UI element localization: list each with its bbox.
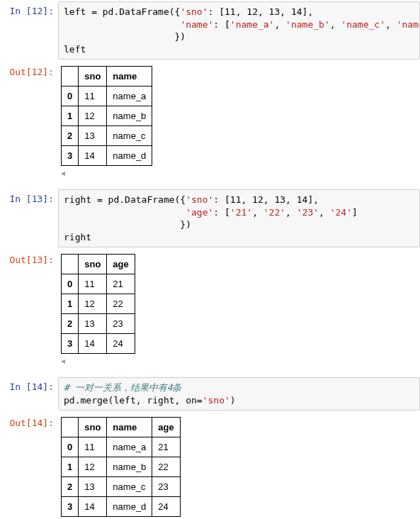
code-token: 'name_d' [397, 19, 420, 30]
code-token: , [252, 207, 263, 218]
table-cell: 21 [152, 437, 180, 457]
code-token: 'age' [186, 207, 213, 218]
out-prompt: Out[12]: [0, 62, 58, 80]
table-header-cell [62, 67, 79, 86]
code-token: pd.merge(left, right, on= [64, 395, 203, 406]
code-area[interactable]: # 一对一关系，结果中有4条 pd.merge(left, right, on=… [58, 377, 420, 411]
code-token: : [ [213, 207, 229, 218]
input-cell: In [14]: # 一对一关系，结果中有4条 pd.merge(left, r… [0, 376, 420, 412]
table-cell: name_c [107, 126, 152, 146]
dataframe-table: snonameage011name_a21112name_b22213name_… [61, 417, 181, 517]
table-cell: 14 [79, 497, 107, 517]
table-header-cell: age [152, 418, 180, 437]
code-token: 'sno' [186, 194, 213, 205]
code-token: # 一对一关系，结果中有4条 [64, 382, 181, 393]
table-cell: 23 [107, 314, 135, 334]
code-token: , [330, 19, 341, 30]
in-prompt: In [13]: [0, 189, 58, 207]
code-token: 'name_c' [341, 19, 385, 30]
row-index-cell: 0 [62, 86, 79, 106]
table-cell: name_a [107, 86, 152, 106]
output-area: snoage01121112222132331424◂ [58, 250, 420, 366]
code-token: '21' [230, 207, 252, 218]
in-prompt: In [14]: [0, 377, 58, 395]
table-cell: 22 [107, 294, 135, 314]
table-row: 314name_d24 [62, 497, 181, 517]
code-token: ) [230, 395, 236, 406]
table-header-row: snonameage [62, 418, 181, 437]
table-cell: 12 [79, 457, 107, 477]
table-row: 112name_b22 [62, 457, 181, 477]
dataframe-table: snoage01121112222132331424 [61, 254, 135, 354]
table-row: 31424 [62, 334, 135, 354]
scroll-left-icon[interactable]: ◂ [61, 169, 71, 178]
table-row: 11222 [62, 294, 135, 314]
table-cell: 11 [79, 86, 107, 106]
table-cell: 22 [152, 457, 180, 477]
code-token: 'name' [180, 19, 213, 30]
table-cell: 12 [79, 106, 107, 126]
table-header-cell: name [107, 67, 152, 86]
code-token: '23' [297, 207, 319, 218]
table-cell: 11 [79, 437, 107, 457]
row-index-cell: 0 [62, 437, 79, 457]
table-cell: name_a [107, 437, 152, 457]
output-cell: Out[14]: snonameage011name_a21112name_b2… [0, 412, 420, 519]
code-token: left = pd.DataFrame({ [64, 6, 180, 17]
row-index-cell: 3 [62, 334, 79, 354]
code-token: , [274, 19, 285, 30]
table-header-cell: sno [79, 418, 107, 437]
code-token: 'sno' [180, 6, 208, 17]
input-cell: In [13]: right = pd.DataFrame({'sno': [1… [0, 188, 420, 249]
table-cell: 23 [152, 477, 180, 497]
code-token: , [285, 207, 297, 218]
table-row: 112name_b [62, 106, 152, 126]
out-prompt: Out[14]: [0, 413, 58, 431]
table-row: 011name_a21 [62, 437, 181, 457]
table-cell: 13 [79, 126, 107, 146]
code-token: : [ [213, 19, 229, 30]
code-token: '24' [330, 207, 352, 218]
table-cell: 14 [79, 334, 107, 354]
table-cell: 13 [79, 477, 107, 497]
table-cell: 11 [79, 274, 107, 294]
table-cell: 21 [107, 274, 135, 294]
output-cell: Out[12]: snoname011name_a112name_b213nam… [0, 61, 420, 179]
table-cell: name_c [107, 477, 152, 497]
table-row: 01121 [62, 274, 135, 294]
code-token: 'sno' [203, 395, 230, 406]
out-prompt: Out[13]: [0, 250, 58, 268]
table-cell: name_d [107, 146, 152, 166]
input-cell: In [12]: left = pd.DataFrame({'sno': [11… [0, 0, 420, 61]
table-row: 213name_c [62, 126, 152, 146]
row-index-cell: 1 [62, 106, 79, 126]
code-area[interactable]: right = pd.DataFrame({'sno': [11, 12, 13… [58, 189, 420, 247]
in-prompt: In [12]: [0, 1, 58, 19]
table-header-cell: name [107, 418, 152, 437]
output-area: snonameage011name_a21112name_b22213name_… [58, 413, 420, 519]
code-area[interactable]: left = pd.DataFrame({'sno': [11, 12, 13,… [58, 1, 420, 60]
code-token: 'name_a' [230, 19, 275, 30]
table-header-cell [62, 255, 79, 274]
code-token: 'name_b' [285, 19, 330, 30]
row-index-cell: 3 [62, 497, 79, 517]
table-header-cell: sno [79, 67, 107, 86]
output-cell: Out[13]: snoage01121112222132331424◂ [0, 249, 420, 367]
row-index-cell: 1 [62, 294, 79, 314]
code-token: , [385, 19, 397, 30]
table-row: 21323 [62, 314, 135, 334]
table-row: 314name_d [62, 146, 152, 166]
table-cell: 13 [79, 314, 107, 334]
row-index-cell: 3 [62, 146, 79, 166]
table-cell: 12 [79, 294, 107, 314]
table-cell: 24 [107, 334, 135, 354]
scroll-left-icon[interactable]: ◂ [61, 357, 71, 366]
table-cell: 14 [79, 146, 107, 166]
code-token: '22' [263, 207, 285, 218]
row-index-cell: 0 [62, 274, 79, 294]
table-header-cell: age [107, 255, 135, 274]
output-area: snoname011name_a112name_b213name_c314nam… [58, 62, 420, 178]
table-header-row: snoname [62, 67, 152, 86]
table-header-cell: sno [79, 255, 107, 274]
row-index-cell: 2 [62, 314, 79, 334]
